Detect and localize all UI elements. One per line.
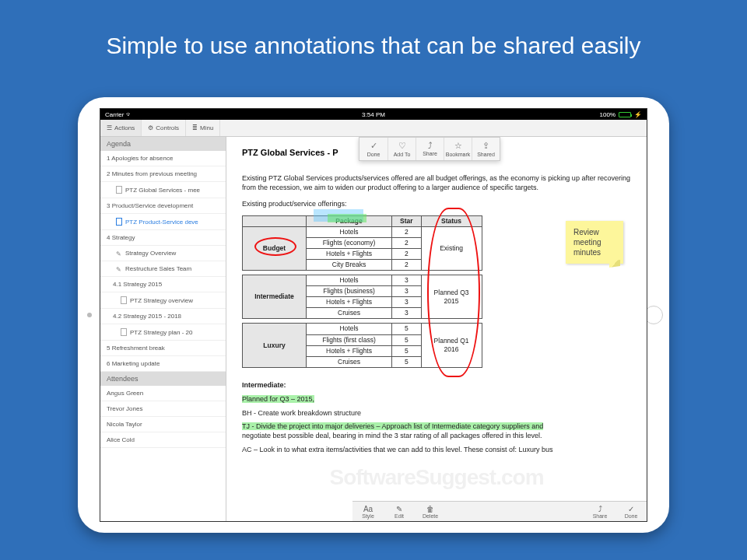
annotation-circle-budget (254, 237, 296, 256)
agenda-subitem[interactable]: PTZ Strategy overview (100, 292, 226, 309)
battery-icon (619, 112, 631, 117)
popup-addto[interactable]: ♡Add To (388, 138, 416, 160)
agenda-item[interactable]: 5 Refreshment break (100, 341, 226, 356)
check-icon: ✓ (359, 141, 388, 151)
bookmark-icon: ☆ (444, 141, 472, 151)
package-cell: Hotels + Flights (307, 297, 392, 308)
package-cell: Flights (business) (307, 286, 392, 297)
tab-actions[interactable]: ☰Actions (100, 120, 142, 136)
star-cell: 3 (392, 286, 422, 297)
doc-icon (116, 218, 122, 226)
tab-minutes[interactable]: ≣Minu (186, 120, 220, 136)
highlighted-text: Planned for Q3 – 2015, (242, 395, 314, 403)
pen-icon (116, 250, 122, 257)
edit-icon: ✎ (384, 505, 415, 513)
star-cell: 2 (392, 249, 422, 260)
style-button[interactable]: AaStyle (352, 505, 384, 519)
doc-icon (121, 296, 127, 304)
bottom-toolbar: AaStyle ✎Edit 🗑Delete ⤴Share ✓Done (352, 501, 647, 521)
watermark: SoftwareSuggest.com (329, 465, 543, 490)
star-cell: 2 (392, 238, 422, 249)
popup-share[interactable]: ⤴Share (416, 138, 444, 160)
carrier-label: Carrier ᯤ (105, 111, 132, 118)
table-header: Star (392, 216, 422, 227)
package-cell: Hotels (307, 275, 392, 286)
share-button[interactable]: ⤴Share (584, 505, 615, 519)
agenda-subitem[interactable]: Restructure Sales Team (100, 261, 226, 277)
pen-icon (116, 266, 122, 272)
popup-shared[interactable]: ⇪Shared (472, 138, 500, 160)
intro-paragraph: Existing PTZ Global Services products/se… (242, 174, 631, 192)
action-popup: ✓Done ♡Add To ⤴Share ☆Bookmark ⇪Shared (359, 137, 500, 161)
popup-done[interactable]: ✓Done (359, 138, 388, 160)
delete-button[interactable]: 🗑Delete (415, 505, 446, 519)
star-cell: 5 (392, 356, 422, 367)
section-intermediate: Intermediate: (242, 381, 631, 390)
done-button[interactable]: ✓Done (615, 505, 647, 519)
sticky-note[interactable]: Review meeting minutes (566, 221, 623, 264)
sidebar: Agenda 1 Apologies for absence 2 Minutes… (100, 137, 226, 521)
annotation-circle-status (427, 208, 480, 377)
tab-controls[interactable]: ⚙Controls (142, 120, 186, 136)
agenda-item[interactable]: 1 Apologies for absence (100, 151, 226, 166)
screen: Carrier ᯤ 3:54 PM 100% ⚡ ☰Actions ⚙Contr… (100, 108, 647, 522)
package-cell: Hotels + Flights (307, 345, 392, 356)
shared-icon: ⇪ (472, 141, 500, 151)
agenda-subitem-selected[interactable]: PTZ Product-Service deve (100, 214, 226, 230)
agenda-subitem[interactable]: PTZ Global Services - mee (100, 182, 226, 198)
popup-bookmark[interactable]: ☆Bookmark (444, 138, 472, 160)
star-cell: 3 (392, 275, 422, 286)
ac-line: AC – Look in to what extra items/activit… (242, 446, 631, 455)
package-cell: Flights (economy) (307, 238, 392, 249)
star-cell: 2 (392, 227, 422, 238)
category-cell: Luxury (243, 324, 307, 367)
package-cell: Flights (first class) (307, 334, 392, 345)
package-cell: Hotels + Flights (307, 249, 392, 260)
attendee-item[interactable]: Alice Cold (100, 432, 226, 448)
package-cell: Cruises (307, 308, 392, 319)
star-cell: 5 (392, 334, 422, 345)
package-cell: City Breaks (307, 260, 392, 271)
check-icon: ✓ (615, 505, 647, 513)
highlight-green (328, 214, 366, 222)
bh-line: BH - Create work breakdown structure (242, 409, 631, 418)
top-toolbar: ☰Actions ⚙Controls ≣Minu (100, 120, 647, 137)
share-icon: ⤴ (584, 505, 615, 513)
document-pane: ✓Done ♡Add To ⤴Share ☆Bookmark ⇪Shared P… (226, 137, 647, 521)
agenda-item[interactable]: 4.1 Strategy 2015 (100, 277, 226, 292)
ipad-frame: Carrier ᯤ 3:54 PM 100% ⚡ ☰Actions ⚙Contr… (78, 97, 669, 533)
doc-icon (116, 186, 122, 194)
agenda-subitem[interactable]: PTZ Strategy plan - 20 (100, 324, 226, 341)
agenda-header: Agenda (100, 137, 226, 151)
agenda-item[interactable]: 4.2 Strategy 2015 - 2018 (100, 309, 226, 324)
star-cell: 5 (392, 345, 422, 356)
offerings-label: Existing product/service offerings: (242, 200, 631, 209)
edit-button[interactable]: ✎Edit (384, 505, 415, 519)
status-bar: Carrier ᯤ 3:54 PM 100% ⚡ (100, 109, 647, 120)
agenda-item[interactable]: 6 Marketing update (100, 356, 226, 372)
attendee-item[interactable]: Trevor Jones (100, 401, 226, 417)
package-cell: Hotels (307, 324, 392, 334)
clock: 3:54 PM (362, 111, 385, 118)
agenda-subitem[interactable]: Strategy Overview (100, 246, 226, 261)
package-cell: Hotels (307, 227, 392, 238)
star-cell: 3 (392, 297, 422, 308)
agenda-item[interactable]: 2 Minutes from previous meeting (100, 166, 226, 182)
star-cell: 2 (392, 260, 422, 271)
highlighted-text: TJ - Divide the project into major deliv… (242, 422, 543, 430)
tj-line-cont: negotiate best possible deal, bearing in… (242, 432, 631, 441)
attendee-item[interactable]: Nicola Taylor (100, 417, 226, 432)
star-cell: 5 (392, 324, 422, 334)
style-icon: Aa (352, 505, 384, 513)
category-cell: Intermediate (243, 275, 307, 319)
doc-icon (121, 328, 127, 336)
camera-dot (87, 313, 92, 317)
agenda-item[interactable]: 3 Product/Service development (100, 198, 226, 214)
battery-percent: 100% (600, 111, 615, 118)
agenda-item[interactable]: 4 Strategy (100, 230, 226, 246)
charging-icon: ⚡ (634, 111, 642, 118)
heart-icon: ♡ (388, 141, 416, 151)
star-cell: 3 (392, 308, 422, 319)
table-header (243, 216, 307, 227)
attendee-item[interactable]: Angus Green (100, 386, 226, 401)
